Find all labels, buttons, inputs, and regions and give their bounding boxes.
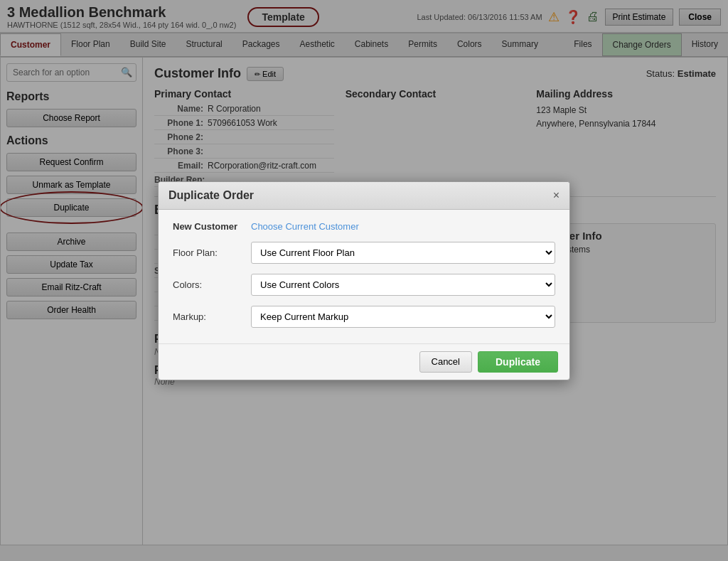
colors-select[interactable]: Use Current Colors New Colors No Colors (251, 274, 555, 296)
floor-plan-label: Floor Plan: (173, 247, 251, 258)
duplicate-order-modal: Duplicate Order × New Customer Choose Cu… (158, 181, 570, 380)
modal-header: Duplicate Order × (159, 182, 569, 210)
markup-row: Markup: Keep Current Markup Reset Markup (173, 306, 555, 328)
modal-footer: Cancel Duplicate (159, 343, 569, 380)
modal-title: Duplicate Order (168, 189, 254, 202)
modal-close-button[interactable]: × (553, 189, 560, 202)
floor-plan-row: Floor Plan: Use Current Floor Plan New F… (173, 242, 555, 264)
modal-overlay: Duplicate Order × New Customer Choose Cu… (0, 0, 728, 561)
choose-current-customer-link[interactable]: Choose Current Customer (251, 221, 359, 232)
markup-select[interactable]: Keep Current Markup Reset Markup (251, 306, 555, 328)
modal-duplicate-button[interactable]: Duplicate (478, 351, 558, 373)
colors-label: Colors: (173, 279, 251, 290)
new-customer-row: New Customer Choose Current Customer (173, 221, 555, 232)
new-customer-label: New Customer (173, 221, 251, 232)
modal-body: New Customer Choose Current Customer Flo… (159, 210, 569, 343)
colors-row: Colors: Use Current Colors New Colors No… (173, 274, 555, 296)
markup-label: Markup: (173, 311, 251, 322)
modal-cancel-button[interactable]: Cancel (419, 351, 472, 373)
floor-plan-select[interactable]: Use Current Floor Plan New Floor Plan No… (251, 242, 555, 264)
